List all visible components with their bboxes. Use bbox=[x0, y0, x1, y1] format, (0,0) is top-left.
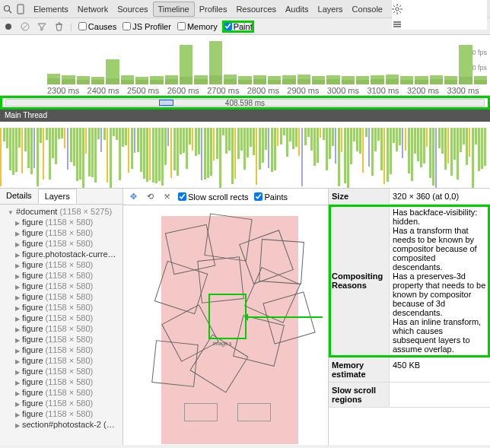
reset-icon[interactable]: ⤧ bbox=[161, 192, 172, 202]
tree-node[interactable]: figure (1158 × 580) bbox=[2, 345, 121, 355]
prop-memory: Memory estimate450 KB bbox=[329, 357, 490, 383]
device-icon[interactable] bbox=[17, 4, 24, 14]
tab-audits[interactable]: Audits bbox=[281, 2, 313, 16]
svg-point-16 bbox=[5, 24, 11, 30]
tab-console[interactable]: Console bbox=[348, 2, 387, 16]
tree-node[interactable]: figure (1158 × 580) bbox=[2, 302, 121, 313]
rotate-icon[interactable]: ⟲ bbox=[145, 192, 155, 202]
slow-scroll-checkbox[interactable]: Slow scroll rects bbox=[178, 192, 248, 202]
svg-line-11 bbox=[393, 11, 395, 13]
tree-root[interactable]: #document (1158 × 5275) bbox=[2, 206, 121, 217]
main-thread-flame[interactable] bbox=[0, 122, 490, 189]
tab-resources[interactable]: Resources bbox=[231, 2, 281, 16]
tab-layers[interactable]: Layers bbox=[38, 189, 77, 204]
prop-slow-scroll: Slow scroll regions bbox=[329, 383, 490, 408]
tab-elements[interactable]: Elements bbox=[29, 2, 73, 16]
clear-icon[interactable] bbox=[20, 21, 30, 32]
layer-rect[interactable] bbox=[259, 239, 304, 284]
tree-node[interactable]: figure (1158 × 580) bbox=[2, 270, 121, 281]
tree-node[interactable]: figure (1158 × 580) bbox=[2, 227, 121, 238]
layers-3d-view[interactable]: image s bbox=[123, 205, 328, 445]
tab-profiles[interactable]: Profiles bbox=[195, 2, 232, 16]
tree-node[interactable]: figure (1158 × 580) bbox=[2, 323, 121, 334]
search-icon[interactable] bbox=[3, 4, 12, 14]
highlight-arrow bbox=[247, 316, 323, 318]
svg-line-10 bbox=[399, 11, 401, 13]
scrub-time-label: 408.598 ms bbox=[225, 99, 265, 107]
pan-icon[interactable]: ✥ bbox=[128, 192, 138, 202]
main-thread-header: Main Thread bbox=[0, 110, 490, 122]
tab-layers[interactable]: Layers bbox=[313, 2, 348, 16]
filter-icon[interactable] bbox=[37, 21, 47, 32]
paint-checkbox[interactable]: Paint bbox=[224, 22, 253, 31]
svg-point-0 bbox=[5, 5, 10, 11]
paints-visible-checkbox[interactable]: Paints bbox=[254, 192, 288, 202]
timeline-overview[interactable]: 30 fps 60 fps 2300 ms2400 ms2500 ms2600 … bbox=[0, 35, 490, 96]
tree-node[interactable]: figure (1158 × 580) bbox=[2, 366, 121, 377]
tree-node[interactable]: figure (1158 × 580) bbox=[2, 281, 121, 291]
svg-line-18 bbox=[22, 24, 28, 30]
layer-tree[interactable]: #document (1158 × 5275)figure (1158 × 58… bbox=[0, 205, 123, 445]
jsprofiler-checkbox[interactable]: JS Profiler bbox=[123, 22, 171, 31]
tab-timeline[interactable]: Timeline bbox=[153, 2, 195, 17]
memory-checkbox[interactable]: Memory bbox=[177, 22, 218, 31]
svg-line-9 bbox=[393, 5, 395, 7]
tree-node[interactable]: figure (1158 × 580) bbox=[2, 217, 121, 227]
layer-rect[interactable] bbox=[151, 340, 199, 387]
tree-node[interactable]: figure (1158 × 580) bbox=[2, 259, 121, 270]
svg-line-1 bbox=[9, 11, 11, 13]
layer-properties: Size320 × 360 (at 0,0) Compositing Reaso… bbox=[329, 189, 490, 445]
trash-icon[interactable] bbox=[53, 21, 64, 32]
tree-node[interactable]: figure (1158 × 580) bbox=[2, 355, 121, 366]
tree-node[interactable]: figure (1158 × 580) bbox=[2, 291, 121, 302]
svg-line-12 bbox=[399, 5, 401, 7]
tree-node[interactable]: figure (1158 × 580) bbox=[2, 377, 121, 387]
tree-node[interactable]: figure (1158 × 580) bbox=[2, 398, 121, 408]
tab-network[interactable]: Network bbox=[73, 2, 113, 16]
tree-node[interactable]: figure (1158 × 580) bbox=[2, 387, 121, 398]
tree-node[interactable]: figure (1158 × 580) bbox=[2, 238, 121, 249]
record-icon[interactable] bbox=[3, 21, 14, 32]
svg-rect-2 bbox=[18, 5, 24, 14]
prop-compositing-reasons: Compositing ReasonsHas backface-visibili… bbox=[329, 205, 490, 357]
lower-tabs: Details Layers bbox=[0, 189, 123, 205]
menu-icon[interactable] bbox=[392, 19, 402, 30]
tab-sources[interactable]: Sources bbox=[113, 2, 152, 16]
tree-node[interactable]: section#photostack-2 (… bbox=[2, 419, 121, 430]
layers-toolbar: ✥ ⟲ ⤧ Slow scroll rects Paints bbox=[123, 189, 328, 205]
tree-node[interactable]: figure (1158 × 580) bbox=[2, 334, 121, 345]
timeline-scrubber[interactable]: 408.598 ms bbox=[0, 96, 490, 110]
prop-size: Size320 × 360 (at 0,0) bbox=[329, 189, 490, 205]
tree-node[interactable]: figure (1158 × 580) bbox=[2, 313, 121, 323]
scrub-selection[interactable] bbox=[159, 100, 173, 106]
causes-checkbox[interactable]: Causes bbox=[78, 22, 116, 31]
tab-details[interactable]: Details bbox=[0, 189, 38, 204]
tree-node[interactable]: figure.photostack-curre… bbox=[2, 249, 121, 259]
gear-icon[interactable] bbox=[392, 4, 402, 14]
tree-node[interactable]: figure (1158 × 580) bbox=[2, 408, 121, 419]
devtools-tabbar: ElementsNetworkSourcesTimelineProfilesRe… bbox=[0, 0, 490, 18]
svg-point-4 bbox=[396, 7, 399, 10]
